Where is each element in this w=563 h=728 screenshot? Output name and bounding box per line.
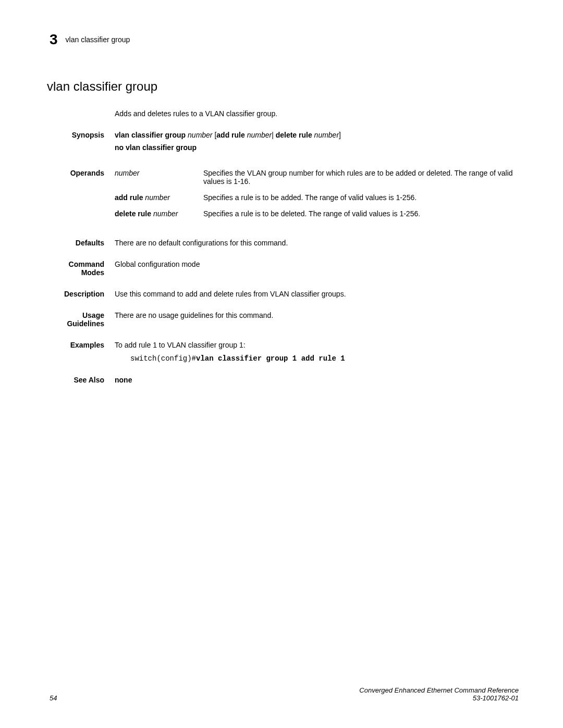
defaults-content: There are no default configurations for … xyxy=(115,239,519,247)
operand-item: number Specifies the VLAN group number f… xyxy=(115,169,519,186)
page-header: 3 vlan classifier group xyxy=(50,31,519,48)
examples-row: Examples To add rule 1 to VLAN classifie… xyxy=(115,341,519,363)
operand-desc: Specifies the VLAN group number for whic… xyxy=(203,169,519,186)
page-footer: 54 Converged Enhanced Ethernet Command R… xyxy=(50,686,519,702)
usage-label: Usage Guidelines xyxy=(50,311,115,328)
example-text: To add rule 1 to VLAN classifier group 1… xyxy=(115,341,519,349)
header-title: vlan classifier group xyxy=(66,35,130,44)
operand-desc: Specifies a rule is to be added. The ran… xyxy=(203,193,519,202)
see-also-label: See Also xyxy=(50,376,115,384)
see-also-row: See Also none xyxy=(115,376,519,384)
operand-name: add rule number xyxy=(115,193,203,202)
usage-row: Usage Guidelines There are no usage guid… xyxy=(115,311,519,328)
examples-content: To add rule 1 to VLAN classifier group 1… xyxy=(115,341,519,363)
description-content: Use this command to add and delete rules… xyxy=(115,290,519,298)
command-modes-row: Command Modes Global configuration mode xyxy=(115,260,519,277)
page-number: 54 xyxy=(50,694,57,702)
synopsis-line-2: no vlan classifier group xyxy=(115,143,519,152)
usage-content: There are no usage guidelines for this c… xyxy=(115,311,519,328)
example-code: switch(config)#vlan classifier group 1 a… xyxy=(130,354,519,363)
section-title: vlan classifier group xyxy=(47,79,519,94)
synopsis-content: vlan classifier group number [add rule n… xyxy=(115,131,519,156)
description-label: Description xyxy=(50,290,115,298)
see-also-content: none xyxy=(115,376,519,384)
synopsis-row: Synopsis vlan classifier group number [a… xyxy=(115,131,519,156)
chapter-number: 3 xyxy=(50,31,58,48)
intro-text: Adds and deletes rules to a VLAN classif… xyxy=(115,109,519,118)
description-row: Description Use this command to add and … xyxy=(115,290,519,298)
command-modes-content: Global configuration mode xyxy=(115,260,519,277)
defaults-row: Defaults There are no default configurat… xyxy=(115,239,519,247)
operands-content: number Specifies the VLAN group number f… xyxy=(115,169,519,226)
examples-label: Examples xyxy=(50,341,115,363)
operand-item: add rule number Specifies a rule is to b… xyxy=(115,193,519,202)
operand-item: delete rule number Specifies a rule is t… xyxy=(115,209,519,218)
operands-row: Operands number Specifies the VLAN group… xyxy=(115,169,519,226)
operand-desc: Specifies a rule is to be deleted. The r… xyxy=(203,209,519,218)
operands-label: Operands xyxy=(50,169,115,226)
doc-info: Converged Enhanced Ethernet Command Refe… xyxy=(359,686,519,702)
synopsis-line-1: vlan classifier group number [add rule n… xyxy=(115,131,519,139)
operand-name: number xyxy=(115,169,203,186)
defaults-label: Defaults xyxy=(50,239,115,247)
command-modes-label: Command Modes xyxy=(50,260,115,277)
synopsis-label: Synopsis xyxy=(50,131,115,156)
operand-name: delete rule number xyxy=(115,209,203,218)
